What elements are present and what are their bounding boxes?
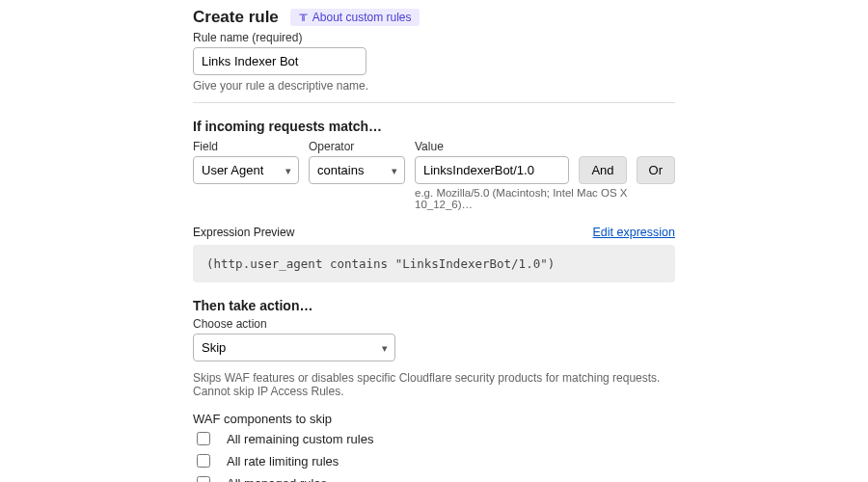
component-checkbox[interactable]: [197, 432, 210, 445]
match-section-title: If incoming requests match…: [193, 119, 675, 134]
component-row: All managed rules: [193, 473, 675, 482]
about-label: About custom rules: [312, 11, 412, 24]
component-row: All remaining custom rules: [193, 429, 675, 448]
operator-label: Operator: [309, 140, 405, 153]
component-label: All managed rules: [227, 476, 327, 483]
components-title: WAF components to skip: [193, 412, 675, 426]
expression-preview: (http.user_agent contains "LinksIndexerB…: [193, 245, 675, 282]
or-button[interactable]: Or: [637, 156, 675, 184]
action-helper: Skips WAF features or disables specific …: [193, 371, 675, 398]
action-section-title: Then take action…: [193, 298, 675, 313]
rule-name-input[interactable]: [193, 47, 366, 75]
section-divider: [193, 102, 675, 103]
rule-name-helper: Give your rule a descriptive name.: [193, 79, 675, 93]
expression-preview-label: Expression Preview: [193, 226, 294, 239]
action-select[interactable]: Skip: [193, 334, 395, 362]
choose-action-label: Choose action: [193, 317, 675, 331]
component-row: All rate limiting rules: [193, 451, 675, 470]
component-checkbox[interactable]: [197, 454, 210, 468]
page-title: Create rule: [193, 8, 279, 27]
value-hint: e.g. Mozilla/5.0 (Macintosh; Intel Mac O…: [415, 187, 675, 210]
field-select[interactable]: User Agent: [193, 156, 299, 184]
component-label: All remaining custom rules: [227, 432, 373, 446]
value-label: Value: [415, 140, 569, 153]
operator-select[interactable]: contains: [309, 156, 405, 184]
about-custom-rules-link[interactable]: About custom rules: [290, 9, 420, 26]
value-input[interactable]: [415, 156, 569, 184]
component-checkbox[interactable]: [197, 476, 210, 482]
field-label: Field: [193, 140, 299, 153]
and-button[interactable]: And: [579, 156, 626, 184]
book-icon: [298, 13, 309, 23]
component-label: All rate limiting rules: [227, 454, 339, 469]
rule-name-label: Rule name (required): [193, 31, 675, 44]
edit-expression-link[interactable]: Edit expression: [593, 226, 675, 239]
